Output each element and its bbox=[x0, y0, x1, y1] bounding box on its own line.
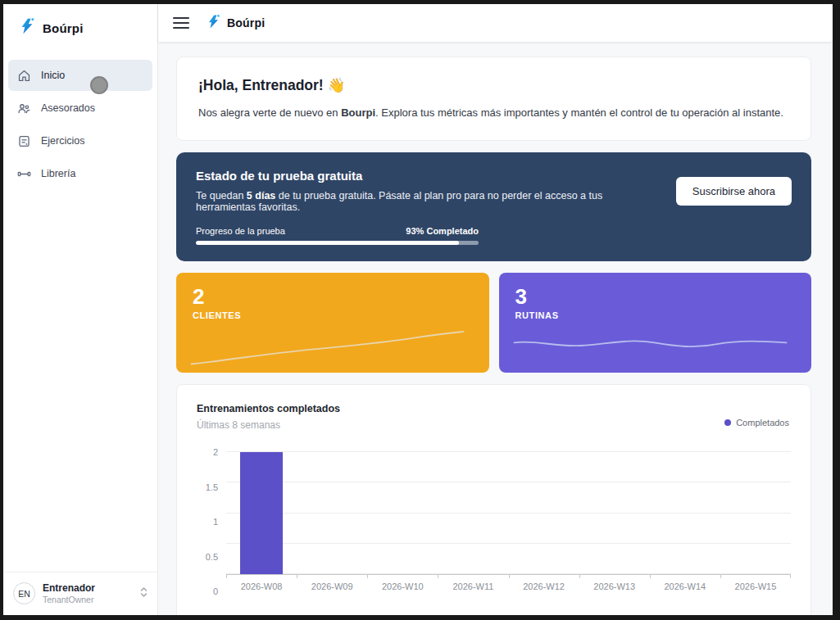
page-content: ¡Hola, Entrenador! 👋 Nos alegra verte de… bbox=[158, 42, 833, 615]
stats-row: 2 CLIENTES 3 RUTINAS bbox=[176, 273, 811, 373]
sidebar-item-label: Librería bbox=[41, 168, 75, 179]
sidebar-item-ejercicios[interactable]: Ejercicios bbox=[8, 125, 152, 156]
chart-plot bbox=[226, 452, 791, 575]
people-icon bbox=[16, 101, 31, 115]
brand-name: Boúrpi bbox=[43, 21, 84, 35]
y-axis-labels: 00.511.52 bbox=[197, 452, 226, 591]
welcome-card: ¡Hola, Entrenador! 👋 Nos alegra verte de… bbox=[176, 57, 811, 141]
chart-bar[interactable] bbox=[240, 452, 283, 574]
app-window: Boúrpi Inicio bbox=[3, 4, 833, 615]
x-axis-label: 2026-W13 bbox=[579, 582, 650, 591]
x-axis-label: 2026-W08 bbox=[226, 582, 297, 591]
menu-toggle-icon[interactable] bbox=[173, 17, 189, 29]
topbar: Boúrpi bbox=[158, 4, 833, 42]
home-icon bbox=[16, 68, 31, 83]
x-axis-label: 2026-W14 bbox=[650, 582, 720, 591]
sidebar-item-inicio[interactable]: Inicio bbox=[8, 60, 152, 91]
progress-track bbox=[196, 241, 479, 245]
trial-texts: Estado de tu prueba gratuita Te quedan 5… bbox=[196, 169, 656, 213]
chevron-updown-icon[interactable] bbox=[140, 586, 148, 601]
x-axis-label: 2026-W10 bbox=[367, 582, 438, 591]
routines-count: 3 bbox=[515, 285, 796, 309]
brand-name: Boúrpi bbox=[227, 16, 265, 29]
x-axis-label: 2026-W11 bbox=[438, 582, 508, 591]
sidebar-item-asesorados[interactable]: Asesorados bbox=[8, 93, 152, 124]
progress-value: 93% Completado bbox=[406, 226, 479, 236]
clients-label: CLIENTES bbox=[193, 310, 473, 320]
trial-status-card: Estado de tu prueba gratuita Te quedan 5… bbox=[176, 152, 811, 261]
stat-card[interactable]: 3 RUTINAS bbox=[499, 273, 812, 373]
topbar-brand: Boúrpi bbox=[206, 14, 265, 33]
chart-legend[interactable]: Completados bbox=[724, 418, 789, 428]
subscribe-button[interactable]: Suscribirse ahora bbox=[676, 177, 792, 206]
routines-sparkline bbox=[511, 324, 791, 368]
chart-subtitle: Últimas 8 semanas bbox=[197, 419, 791, 431]
main-area: Boúrpi ¡Hola, Entrenador! 👋 Nos alegra v… bbox=[158, 4, 833, 615]
user-menu[interactable]: EN Entrenador TenantOwner bbox=[3, 572, 157, 615]
legend-label: Completados bbox=[736, 418, 789, 428]
x-axis-label: 2026-W15 bbox=[720, 582, 791, 591]
brand-logo-icon bbox=[206, 14, 221, 33]
sidebar-item-libreria[interactable]: Librería bbox=[8, 158, 152, 189]
brand-logo-icon bbox=[18, 17, 36, 38]
wave-emoji: 👋 bbox=[328, 77, 346, 93]
progress-label: Progreso de la prueba bbox=[196, 226, 285, 236]
sidebar: Boúrpi Inicio bbox=[3, 4, 158, 615]
chart-title: Entrenamientos completados bbox=[197, 403, 791, 414]
legend-dot bbox=[724, 419, 731, 426]
chart-card: Entrenamientos completados Últimas 8 sem… bbox=[176, 384, 811, 615]
sidebar-item-label: Ejercicios bbox=[41, 135, 85, 147]
x-axis-labels: 2026-W082026-W092026-W102026-W112026-W12… bbox=[226, 575, 791, 591]
x-axis-label: 2026-W12 bbox=[509, 582, 579, 591]
stat-card[interactable]: 2 CLIENTES bbox=[176, 273, 489, 373]
sidebar-item-label: Asesorados bbox=[41, 102, 95, 114]
trial-description: Te quedan 5 días de tu prueba gratuita. … bbox=[196, 190, 656, 213]
dumbbell-icon bbox=[16, 166, 31, 181]
user-info: Entrenador TenantOwner bbox=[43, 582, 133, 605]
sidebar-item-label: Inicio bbox=[41, 70, 65, 81]
routines-label: RUTINAS bbox=[515, 310, 796, 320]
clients-count: 2 bbox=[193, 285, 473, 309]
language-badge[interactable]: EN bbox=[13, 582, 35, 604]
trial-progress: Progreso de la prueba 93% Completado bbox=[196, 226, 479, 245]
welcome-text: Nos alegra verte de nuevo en Bourpi. Exp… bbox=[198, 106, 789, 119]
clients-sparkline bbox=[188, 324, 468, 368]
trial-title: Estado de tu prueba gratuita bbox=[196, 169, 656, 183]
x-axis-label: 2026-W09 bbox=[297, 582, 367, 591]
clipboard-icon bbox=[16, 134, 31, 148]
user-role: TenantOwner bbox=[43, 595, 133, 605]
sidebar-logo: Boúrpi bbox=[3, 4, 157, 52]
trial-progress-fill bbox=[196, 241, 459, 245]
bar-chart: 00.511.52 2026-W082026-W092026-W102026-W… bbox=[197, 452, 791, 591]
page-title: ¡Hola, Entrenador! 👋 bbox=[198, 77, 789, 94]
user-name: Entrenador bbox=[43, 582, 133, 595]
sidebar-nav: Inicio Asesorados bbox=[3, 52, 157, 572]
